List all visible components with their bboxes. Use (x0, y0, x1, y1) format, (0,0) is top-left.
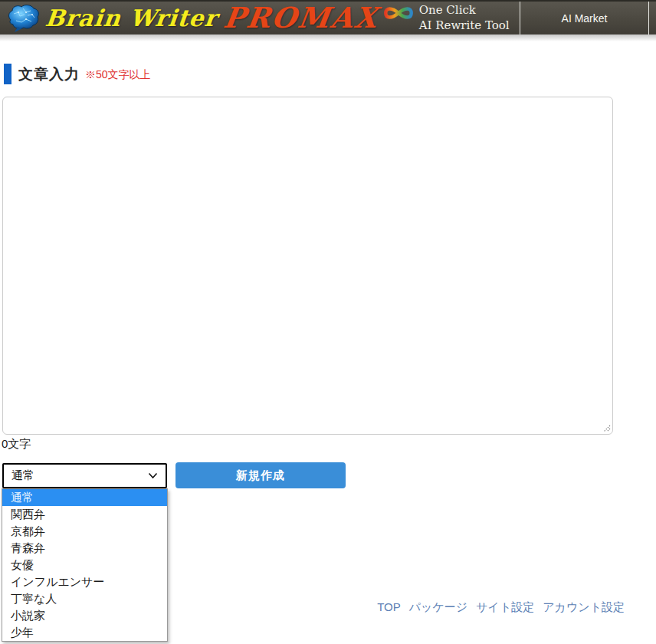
footer-link-1[interactable]: TOP (377, 600, 401, 615)
title-accent-bar (4, 64, 11, 84)
dropdown-option-6[interactable]: インフルエンサー (2, 573, 167, 590)
chevron-down-icon (148, 472, 158, 479)
dropdown-option-1[interactable]: 通常 (2, 489, 167, 506)
style-select-value: 通常 (11, 468, 34, 483)
page: Brain Writer PROMAX One Clic (0, 0, 656, 644)
brand-title: Brain Writer (44, 5, 218, 31)
app-header: Brain Writer PROMAX One Clic (0, 0, 656, 34)
min-length-note: ※50文字以上 (85, 66, 151, 82)
dropdown-option-8[interactable]: 小説家 (2, 607, 167, 624)
footer-nav: TOPパッケージサイト設定アカウント設定 (377, 600, 625, 615)
dropdown-option-4[interactable]: 青森弁 (2, 540, 167, 557)
header-shadow (0, 34, 656, 41)
nav-ai-market-label: AI Market (562, 12, 608, 25)
brain-icon (5, 3, 42, 34)
style-dropdown-list: 通常関西弁京都弁青森弁女優インフルエンサー丁寧な人小説家少年 (2, 488, 168, 642)
page-title: 文章入力 (18, 64, 80, 84)
dropdown-option-7[interactable]: 丁寧な人 (2, 590, 167, 607)
dropdown-option-2[interactable]: 関西弁 (2, 506, 167, 523)
style-select[interactable]: 通常 (2, 463, 167, 488)
brand-logo[interactable]: Brain Writer PROMAX One Clic (5, 2, 510, 34)
dropdown-option-9[interactable]: 少年 (2, 624, 167, 641)
text-input-textarea[interactable] (2, 97, 613, 435)
infinity-icon (381, 2, 416, 27)
create-new-button[interactable]: 新規作成 (175, 462, 346, 488)
section-header: 文章入力 ※50文字以上 (4, 64, 151, 84)
brand-tagline: One Click AI Rewrite Tool (419, 3, 510, 33)
char-count: 0文字 (2, 437, 31, 452)
dropdown-option-5[interactable]: 女優 (2, 557, 167, 573)
footer-link-3[interactable]: サイト設定 (476, 600, 534, 615)
footer-link-2[interactable]: パッケージ (409, 600, 467, 615)
brand-promax: PROMAX (221, 4, 379, 32)
dropdown-option-3[interactable]: 京都弁 (2, 523, 167, 540)
tagline-line2: AI Rewrite Tool (419, 18, 510, 32)
footer-link-4[interactable]: アカウント設定 (543, 600, 625, 615)
nav-ai-market[interactable]: AI Market (520, 2, 649, 34)
tagline-line1: One Click (419, 3, 476, 17)
